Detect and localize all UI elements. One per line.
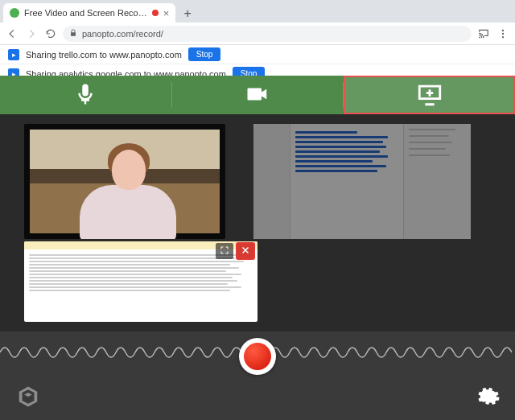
person-silhouette <box>72 143 184 233</box>
lock-icon <box>69 29 77 39</box>
back-button[interactable] <box>5 27 19 41</box>
close-icon <box>241 245 250 257</box>
new-tab-button[interactable]: + <box>179 5 196 23</box>
fullscreen-button[interactable] <box>216 243 233 259</box>
share-icon: ▸ <box>8 49 19 60</box>
record-icon <box>244 343 271 370</box>
infobar-text: Sharing trello.com to www.panopto.com <box>26 50 182 60</box>
screen-preview-2[interactable] <box>24 241 258 322</box>
preview-area <box>0 114 515 325</box>
url-text: panopto.com/record/ <box>82 29 163 39</box>
favicon-icon <box>10 8 19 18</box>
microphone-icon <box>73 82 97 108</box>
gear-icon <box>476 401 501 410</box>
video-source-button[interactable] <box>172 76 344 114</box>
tab-close-button[interactable]: × <box>163 7 170 19</box>
settings-button[interactable] <box>476 385 501 409</box>
browser-toolbar: panopto.com/record/ <box>0 23 515 45</box>
bottom-panel <box>0 331 515 420</box>
dim-overlay <box>253 124 471 239</box>
fullscreen-icon <box>220 245 229 257</box>
add-screen-button[interactable] <box>344 76 515 114</box>
webcam-preview[interactable] <box>24 124 225 239</box>
svg-point-1 <box>502 32 504 34</box>
cast-icon[interactable] <box>476 27 491 41</box>
webcam-frame <box>30 130 220 233</box>
audio-source-button[interactable] <box>0 76 171 114</box>
screen-preview-1[interactable] <box>253 124 471 239</box>
browser-tab-bar: Free Video and Screen Reco… × + <box>0 0 515 23</box>
address-bar[interactable]: panopto.com/record/ <box>63 26 472 42</box>
forward-button[interactable] <box>24 27 39 41</box>
camera-icon <box>245 82 270 108</box>
record-button[interactable] <box>239 338 276 375</box>
add-screen-icon <box>416 80 443 109</box>
remove-source-button[interactable] <box>237 243 254 259</box>
panopto-logo-icon[interactable] <box>16 385 40 409</box>
tab-title: Free Video and Screen Reco… <box>24 8 147 18</box>
recording-indicator-icon <box>152 10 159 16</box>
svg-point-2 <box>502 35 504 37</box>
source-bar <box>0 76 515 114</box>
reload-button[interactable] <box>43 27 58 41</box>
stop-share-button[interactable]: Stop <box>188 47 221 61</box>
browser-tab[interactable]: Free Video and Screen Reco… × <box>3 3 175 23</box>
menu-button[interactable] <box>496 27 510 41</box>
recorder-app <box>0 76 515 420</box>
infobar: ▸ Sharing trello.com to www.panopto.com … <box>0 45 515 64</box>
svg-point-0 <box>502 29 504 31</box>
